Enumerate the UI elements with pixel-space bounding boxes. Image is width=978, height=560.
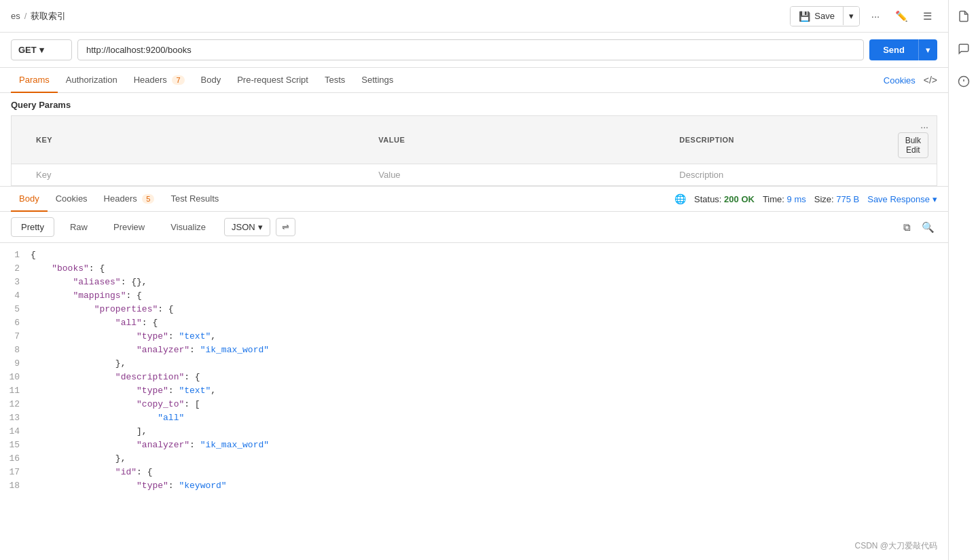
- save-dropdown-button[interactable]: ▾: [843, 7, 859, 25]
- view-visualize[interactable]: Visualize: [160, 217, 216, 237]
- row-value[interactable]: Value: [370, 164, 671, 186]
- params-table: KEY VALUE DESCRIPTION ··· Bulk Edit Key …: [11, 115, 937, 186]
- breadcrumb-sep: /: [24, 11, 27, 21]
- code-line-3: 3 "aliases": {},: [0, 276, 948, 289]
- send-main-button[interactable]: Send: [869, 39, 918, 60]
- url-input[interactable]: [77, 39, 864, 60]
- method-chevron-icon: ▾: [39, 45, 44, 55]
- params-actions-col-header: ··· Bulk Edit: [890, 116, 937, 164]
- code-line-15: 15 "analyzer": "ik_max_word": [0, 438, 948, 452]
- breadcrumb-current: 获取索引: [31, 10, 66, 22]
- code-line-9: 9 },: [0, 357, 948, 371]
- code-line-4: 4 "mappings": {: [0, 289, 948, 303]
- sidebar-doc-icon[interactable]: [953, 5, 975, 27]
- watermark: CSDN @大刀爱敲代码: [854, 540, 937, 552]
- time-value: 9 ms: [787, 194, 806, 204]
- code-line-8: 8 "analyzer": "ik_max_word": [0, 343, 948, 357]
- response-section: Body Cookies Headers 5 Test Results 🌐 St…: [0, 186, 948, 560]
- params-val-col-header: VALUE: [370, 116, 671, 164]
- code-line-14: 14 ],: [0, 425, 948, 438]
- code-line-17: 17 "id": {: [0, 466, 948, 479]
- response-tabs-bar: Body Cookies Headers 5 Test Results 🌐 St…: [0, 187, 948, 212]
- save-response-chevron-icon: ▾: [932, 194, 937, 204]
- save-main-button[interactable]: 💾 Save: [791, 7, 843, 26]
- code-line-5: 5 "properties": {: [0, 303, 948, 316]
- save-button-group: 💾 Save ▾: [790, 6, 860, 26]
- code-line-13: 13 "all": [0, 411, 948, 425]
- view-preview[interactable]: Preview: [103, 217, 155, 237]
- response-toolbar: Pretty Raw Preview Visualize JSON ▾ ⇌ ⧉ …: [0, 212, 948, 243]
- search-icon: 🔍: [922, 221, 935, 233]
- row-actions: [890, 164, 937, 186]
- send-dropdown-button[interactable]: ▾: [918, 39, 937, 60]
- response-tab-body[interactable]: Body: [11, 187, 48, 212]
- tab-pre-request-script[interactable]: Pre-request Script: [229, 68, 316, 93]
- save-disk-icon: 💾: [799, 11, 810, 22]
- request-tabs-bar: Params Authorization Headers 7 Body Pre-…: [0, 68, 948, 93]
- save-label: Save: [814, 11, 835, 21]
- edit-button[interactable]: ✏️: [891, 6, 911, 26]
- params-check-col-header: [12, 116, 29, 164]
- more-dots-icon: ···: [871, 10, 880, 22]
- time-label: Time: 9 ms: [763, 194, 806, 204]
- code-line-12: 12 "copy_to": [: [0, 398, 948, 411]
- code-line-7: 7 "type": "text",: [0, 330, 948, 343]
- send-chevron-icon: ▾: [926, 45, 930, 55]
- sidebar-info-icon[interactable]: [953, 71, 975, 92]
- code-line-2: 2 "books": {: [0, 262, 948, 276]
- format-select[interactable]: JSON ▾: [224, 218, 270, 236]
- query-params-title: Query Params: [11, 100, 937, 110]
- status-code: 200 OK: [724, 194, 755, 204]
- right-sidebar: [948, 0, 978, 560]
- size-label: Size: 775 B: [814, 194, 860, 204]
- response-tab-headers[interactable]: Headers 5: [96, 187, 163, 212]
- response-tab-test-results[interactable]: Test Results: [162, 187, 227, 212]
- pencil-icon: ✏️: [895, 10, 908, 22]
- globe-icon: 🌐: [674, 193, 686, 204]
- response-tab-cookies[interactable]: Cookies: [48, 187, 96, 212]
- response-toolbar-right: ⧉ 🔍: [901, 219, 937, 236]
- code-line-18: 18 "type": "keyword": [0, 479, 948, 493]
- copy-icon: ⧉: [903, 221, 911, 233]
- copy-button[interactable]: ⧉: [901, 219, 913, 236]
- search-button[interactable]: 🔍: [919, 219, 937, 236]
- tab-tests[interactable]: Tests: [316, 68, 353, 93]
- request-bar: GET ▾ Send ▾: [0, 33, 948, 68]
- chevron-down-icon: ▾: [849, 11, 854, 21]
- top-bar-right: 💾 Save ▾ ··· ✏️ ☰: [790, 6, 937, 26]
- top-bar: es / 获取索引 💾 Save ▾ ··· ✏️ ☰: [0, 0, 948, 33]
- wrap-icon: ⇌: [282, 222, 289, 232]
- method-label: GET: [18, 45, 37, 55]
- format-label: JSON: [232, 222, 255, 232]
- row-check: [12, 164, 29, 186]
- tab-settings[interactable]: Settings: [353, 68, 401, 93]
- code-icon[interactable]: </>: [924, 75, 937, 86]
- code-viewer[interactable]: 1 { 2 "books": { 3 "aliases": {}, 4 "map…: [0, 243, 948, 560]
- tab-headers[interactable]: Headers 7: [126, 68, 193, 93]
- view-pretty[interactable]: Pretty: [11, 217, 54, 237]
- params-desc-col-header: DESCRIPTION: [671, 116, 889, 164]
- wrap-button[interactable]: ⇌: [276, 218, 295, 236]
- code-line-10: 10 "description": {: [0, 371, 948, 384]
- breadcrumb: es / 获取索引: [11, 10, 66, 22]
- save-response-button[interactable]: Save Response ▾: [867, 194, 937, 204]
- params-more-button[interactable]: ···: [920, 122, 928, 132]
- comment-icon: ☰: [923, 10, 932, 22]
- cookies-link[interactable]: Cookies: [884, 75, 916, 86]
- table-row: Key Value Description: [12, 164, 937, 186]
- sidebar-chat-icon[interactable]: [953, 38, 975, 60]
- row-key[interactable]: Key: [28, 164, 370, 186]
- more-options-button[interactable]: ···: [865, 6, 886, 26]
- view-raw[interactable]: Raw: [60, 217, 98, 237]
- bulk-edit-button[interactable]: Bulk Edit: [898, 132, 928, 158]
- method-select[interactable]: GET ▾: [11, 39, 72, 60]
- tab-params[interactable]: Params: [11, 68, 58, 93]
- status-label: Status: 200 OK: [694, 194, 755, 204]
- size-value: 775 B: [836, 194, 859, 204]
- tab-authorization[interactable]: Authorization: [58, 68, 126, 93]
- code-line-1: 1 {: [0, 248, 948, 262]
- comment-button[interactable]: ☰: [917, 6, 937, 26]
- tab-body[interactable]: Body: [193, 68, 230, 93]
- row-description[interactable]: Description: [671, 164, 889, 186]
- code-line-16: 16 },: [0, 452, 948, 466]
